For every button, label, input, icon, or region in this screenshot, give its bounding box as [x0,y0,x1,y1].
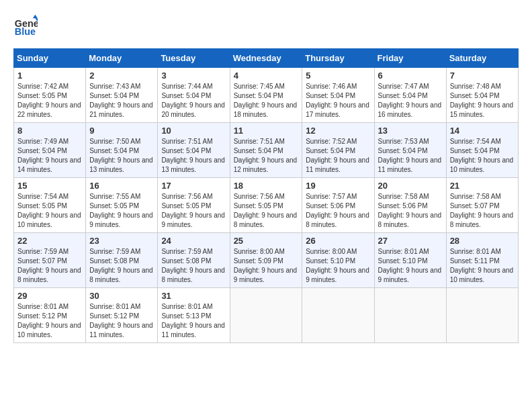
day-info: Sunrise: 7:54 AMSunset: 5:04 PMDaylight:… [450,138,514,173]
calendar-cell: 29 Sunrise: 8:01 AMSunset: 5:12 PMDaylig… [14,288,86,343]
day-number: 4 [234,71,299,81]
logo-icon: General Blue [13,13,38,38]
calendar-cell: 31 Sunrise: 8:01 AMSunset: 5:13 PMDaylig… [158,288,230,343]
day-number: 5 [306,71,370,81]
weekday-header-tuesday: Tuesday [158,49,230,68]
calendar-cell: 27 Sunrise: 8:01 AMSunset: 5:10 PMDaylig… [374,233,446,288]
day-info: Sunrise: 7:59 AMSunset: 5:08 PMDaylight:… [161,248,225,283]
day-info: Sunrise: 7:58 AMSunset: 5:06 PMDaylight:… [378,193,442,228]
day-number: 23 [89,236,154,246]
calendar-week-4: 22 Sunrise: 7:59 AMSunset: 5:07 PMDaylig… [14,233,519,288]
day-number: 14 [450,126,515,136]
calendar-header-row: SundayMondayTuesdayWednesdayThursdayFrid… [14,49,519,68]
calendar-table: SundayMondayTuesdayWednesdayThursdayFrid… [13,48,519,343]
day-info: Sunrise: 8:00 AMSunset: 5:09 PMDaylight:… [234,248,298,283]
weekday-header-sunday: Sunday [14,49,86,68]
calendar-cell: 7 Sunrise: 7:48 AMSunset: 5:04 PMDayligh… [446,68,518,123]
day-number: 16 [89,181,154,191]
calendar-cell: 5 Sunrise: 7:46 AMSunset: 5:04 PMDayligh… [302,68,374,123]
calendar-cell [446,288,518,343]
day-number: 26 [306,236,370,246]
day-info: Sunrise: 7:56 AMSunset: 5:05 PMDaylight:… [234,193,298,228]
day-info: Sunrise: 7:56 AMSunset: 5:05 PMDaylight:… [161,193,225,228]
day-number: 24 [161,236,226,246]
day-number: 31 [161,291,226,301]
day-number: 17 [161,181,226,191]
day-number: 7 [450,71,515,81]
day-number: 28 [450,236,515,246]
calendar-cell: 12 Sunrise: 7:52 AMSunset: 5:04 PMDaylig… [302,123,374,178]
calendar-cell: 21 Sunrise: 7:58 AMSunset: 5:07 PMDaylig… [446,178,518,233]
day-number: 30 [89,291,154,301]
day-info: Sunrise: 7:59 AMSunset: 5:07 PMDaylight:… [17,248,81,283]
day-info: Sunrise: 8:01 AMSunset: 5:11 PMDaylight:… [450,248,514,283]
calendar-cell: 24 Sunrise: 7:59 AMSunset: 5:08 PMDaylig… [158,233,230,288]
day-number: 2 [89,71,154,81]
day-number: 13 [378,126,443,136]
calendar-cell: 6 Sunrise: 7:47 AMSunset: 5:04 PMDayligh… [374,68,446,123]
day-info: Sunrise: 7:45 AMSunset: 5:04 PMDaylight:… [234,83,298,118]
calendar-cell: 16 Sunrise: 7:55 AMSunset: 5:05 PMDaylig… [86,178,158,233]
calendar-week-3: 15 Sunrise: 7:54 AMSunset: 5:05 PMDaylig… [14,178,519,233]
day-number: 22 [17,236,82,246]
day-number: 27 [378,236,443,246]
day-info: Sunrise: 7:57 AMSunset: 5:06 PMDaylight:… [306,193,369,228]
day-number: 15 [17,181,82,191]
svg-marker-2 [33,15,38,18]
day-number: 12 [306,126,370,136]
calendar-cell: 18 Sunrise: 7:56 AMSunset: 5:05 PMDaylig… [230,178,302,233]
calendar-cell: 11 Sunrise: 7:51 AMSunset: 5:04 PMDaylig… [230,123,302,178]
day-info: Sunrise: 7:52 AMSunset: 5:04 PMDaylight:… [306,138,369,173]
day-number: 6 [378,71,443,81]
day-info: Sunrise: 7:42 AMSunset: 5:05 PMDaylight:… [17,83,81,118]
day-info: Sunrise: 7:54 AMSunset: 5:05 PMDaylight:… [17,193,81,228]
calendar-cell: 25 Sunrise: 8:00 AMSunset: 5:09 PMDaylig… [230,233,302,288]
day-info: Sunrise: 7:55 AMSunset: 5:05 PMDaylight:… [89,193,153,228]
weekday-header-thursday: Thursday [302,49,374,68]
day-info: Sunrise: 7:48 AMSunset: 5:04 PMDaylight:… [450,83,514,118]
day-number: 11 [234,126,299,136]
day-info: Sunrise: 7:59 AMSunset: 5:08 PMDaylight:… [89,248,153,283]
calendar-cell: 8 Sunrise: 7:49 AMSunset: 5:04 PMDayligh… [14,123,86,178]
calendar-cell: 10 Sunrise: 7:51 AMSunset: 5:04 PMDaylig… [158,123,230,178]
calendar-cell: 22 Sunrise: 7:59 AMSunset: 5:07 PMDaylig… [14,233,86,288]
calendar-cell: 3 Sunrise: 7:44 AMSunset: 5:04 PMDayligh… [158,68,230,123]
calendar-cell: 2 Sunrise: 7:43 AMSunset: 5:04 PMDayligh… [86,68,158,123]
day-number: 19 [306,181,370,191]
calendar-cell: 20 Sunrise: 7:58 AMSunset: 5:06 PMDaylig… [374,178,446,233]
calendar-cell: 19 Sunrise: 7:57 AMSunset: 5:06 PMDaylig… [302,178,374,233]
calendar-cell: 30 Sunrise: 8:01 AMSunset: 5:12 PMDaylig… [86,288,158,343]
day-number: 21 [450,181,515,191]
day-info: Sunrise: 7:46 AMSunset: 5:04 PMDaylight:… [306,83,369,118]
day-info: Sunrise: 7:43 AMSunset: 5:04 PMDaylight:… [89,83,153,118]
day-info: Sunrise: 8:01 AMSunset: 5:12 PMDaylight:… [89,303,153,338]
calendar-week-5: 29 Sunrise: 8:01 AMSunset: 5:12 PMDaylig… [14,288,519,343]
svg-text:Blue: Blue [15,26,36,37]
day-number: 9 [89,126,154,136]
logo: General Blue [13,13,38,38]
calendar-cell: 14 Sunrise: 7:54 AMSunset: 5:04 PMDaylig… [446,123,518,178]
calendar-cell [374,288,446,343]
calendar-cell: 17 Sunrise: 7:56 AMSunset: 5:05 PMDaylig… [158,178,230,233]
calendar-cell: 1 Sunrise: 7:42 AMSunset: 5:05 PMDayligh… [14,68,86,123]
day-number: 8 [17,126,82,136]
day-info: Sunrise: 7:51 AMSunset: 5:04 PMDaylight:… [234,138,298,173]
weekday-header-monday: Monday [86,49,158,68]
day-number: 18 [234,181,299,191]
day-info: Sunrise: 7:58 AMSunset: 5:07 PMDaylight:… [450,193,514,228]
day-number: 29 [17,291,82,301]
calendar-cell: 26 Sunrise: 8:00 AMSunset: 5:10 PMDaylig… [302,233,374,288]
weekday-header-saturday: Saturday [446,49,518,68]
calendar-cell: 9 Sunrise: 7:50 AMSunset: 5:04 PMDayligh… [86,123,158,178]
calendar-cell [302,288,374,343]
day-info: Sunrise: 8:01 AMSunset: 5:13 PMDaylight:… [161,303,225,338]
calendar-week-2: 8 Sunrise: 7:49 AMSunset: 5:04 PMDayligh… [14,123,519,178]
calendar-cell: 15 Sunrise: 7:54 AMSunset: 5:05 PMDaylig… [14,178,86,233]
day-info: Sunrise: 8:01 AMSunset: 5:12 PMDaylight:… [17,303,81,338]
day-info: Sunrise: 7:50 AMSunset: 5:04 PMDaylight:… [89,138,153,173]
day-number: 10 [161,126,226,136]
day-number: 25 [234,236,299,246]
day-info: Sunrise: 7:44 AMSunset: 5:04 PMDaylight:… [161,83,225,118]
calendar-cell [230,288,302,343]
day-info: Sunrise: 7:53 AMSunset: 5:04 PMDaylight:… [378,138,442,173]
